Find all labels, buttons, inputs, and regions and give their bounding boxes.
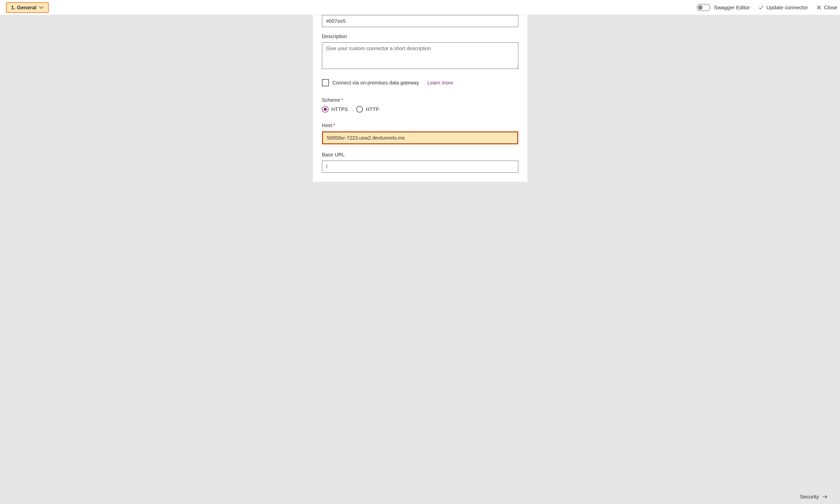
scheme-https-label: HTTPS: [332, 107, 348, 112]
swagger-label: Swagger Editor: [714, 4, 750, 11]
close-label: Close: [824, 4, 838, 11]
gateway-learn-more-link[interactable]: Learn more: [427, 80, 453, 86]
toggle-pill: [697, 4, 711, 11]
description-field: Description: [322, 34, 518, 70]
gateway-checkbox[interactable]: [322, 79, 329, 86]
close-icon: [817, 5, 821, 10]
close-button[interactable]: Close: [817, 4, 838, 11]
next-security-button[interactable]: Security: [800, 494, 828, 500]
step-label: 1. General: [11, 4, 37, 11]
host-label: Host *: [322, 123, 518, 128]
scheme-http-radio[interactable]: HTTP: [356, 106, 379, 112]
gateway-label: Connect via on-premises data gateway: [332, 80, 419, 86]
required-marker: *: [333, 123, 335, 128]
check-icon: [758, 5, 764, 10]
scheme-label-text: Scheme: [322, 97, 340, 103]
top-bar: 1. General Swagger Editor Update connect…: [0, 0, 840, 15]
host-input[interactable]: [323, 132, 518, 144]
description-label: Description: [322, 34, 518, 39]
topbar-actions: Swagger Editor Update connector Close: [697, 4, 838, 11]
gateway-checkbox-row: Connect via on-premises data gateway Lea…: [322, 79, 518, 86]
scheme-https-radio[interactable]: HTTPS: [322, 106, 348, 112]
baseurl-input[interactable]: [322, 161, 518, 173]
update-connector-button[interactable]: Update connector: [758, 4, 808, 11]
host-field: Host *: [322, 123, 518, 144]
radio-unselected-icon: [356, 106, 363, 112]
description-input[interactable]: [322, 42, 518, 69]
host-label-text: Host: [322, 123, 332, 128]
baseurl-field: Base URL: [322, 152, 518, 173]
host-highlight: [322, 131, 518, 144]
scheme-label: Scheme *: [322, 97, 518, 103]
scheme-http-label: HTTP: [366, 107, 379, 112]
required-marker: *: [341, 97, 343, 103]
icon-color-input[interactable]: [322, 15, 518, 27]
swagger-editor-toggle[interactable]: Swagger Editor: [697, 4, 750, 11]
arrow-right-icon: [822, 494, 828, 499]
next-label: Security: [800, 494, 819, 500]
radio-selected-icon: [322, 106, 329, 112]
chevron-down-icon: [39, 6, 43, 9]
form-panel: Description Connect via on-premises data…: [313, 15, 527, 182]
update-label: Update connector: [767, 4, 808, 11]
scheme-radio-group: HTTPS HTTP: [322, 106, 518, 112]
wizard-footer: Security: [800, 489, 840, 504]
scheme-field: Scheme * HTTPS HTTP: [322, 97, 518, 112]
baseurl-label: Base URL: [322, 152, 518, 158]
step-dropdown[interactable]: 1. General: [6, 2, 49, 13]
